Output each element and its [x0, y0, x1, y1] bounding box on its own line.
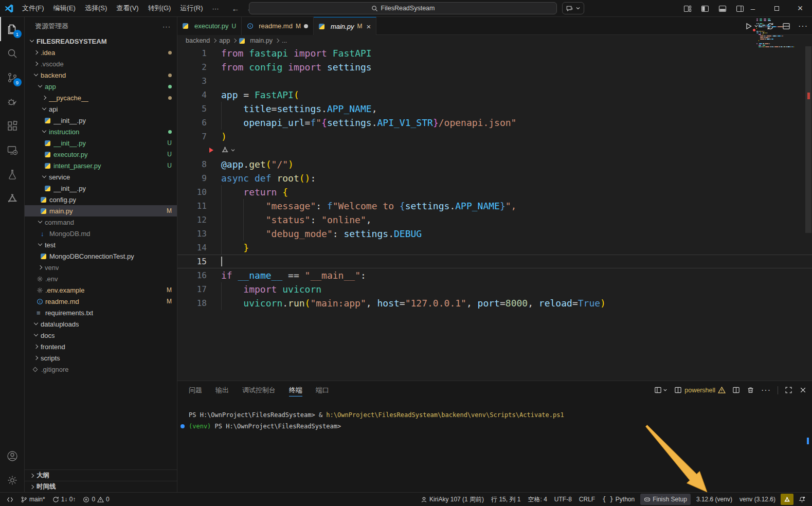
- cursor-position[interactable]: 行 15, 列 1: [488, 494, 524, 505]
- tree-item-docs[interactable]: docs: [25, 330, 177, 341]
- panel-more-actions-icon[interactable]: ···: [761, 386, 771, 395]
- indentation[interactable]: 空格: 4: [524, 494, 550, 505]
- tree-item-intent_parser.py[interactable]: intent_parser.pyU: [25, 160, 177, 171]
- search-view-icon[interactable]: [0, 41, 25, 65]
- settings-gear-icon[interactable]: [0, 468, 25, 492]
- source-control-icon[interactable]: 9: [0, 65, 25, 89]
- blame-info[interactable]: KiriAky 107 (1 周前): [417, 494, 488, 505]
- tree-item-backend[interactable]: backend: [25, 69, 177, 81]
- editor-tab-executor.py[interactable]: executor.pyU: [177, 17, 242, 35]
- copilot-status[interactable]: Finish Setup: [640, 494, 691, 505]
- tree-item-service[interactable]: service: [25, 171, 177, 183]
- toggle-panel-icon[interactable]: [718, 5, 727, 13]
- terminal[interactable]: PS H:\OwnProject\FilesReadSysteam> & h:\…: [177, 409, 805, 492]
- git-sync[interactable]: 1↓ 0↑: [49, 494, 80, 505]
- git-branch[interactable]: main*: [17, 494, 49, 505]
- command-decoration-dot[interactable]: [181, 424, 185, 428]
- dirty-indicator[interactable]: [304, 24, 308, 28]
- panel-tab-调试控制台[interactable]: 调试控制台: [242, 381, 276, 399]
- panel-tab-问题[interactable]: 问题: [189, 381, 202, 399]
- explorer-icon[interactable]: 1: [0, 17, 25, 41]
- close-window-button[interactable]: ×: [788, 0, 812, 17]
- tree-item-main.py[interactable]: main.pyM: [25, 205, 177, 216]
- scrollbar-thumb[interactable]: [805, 46, 811, 233]
- remote-indicator[interactable]: [3, 494, 17, 505]
- inline-ai-suggestion-row[interactable]: [177, 143, 812, 157]
- tree-item-app[interactable]: app: [25, 81, 177, 92]
- editor-tab-readme.md[interactable]: readme.mdM: [242, 17, 314, 35]
- customize-layout-icon[interactable]: [683, 5, 692, 13]
- code-editor[interactable]: 1from fastapi import FastAPI2from config…: [177, 46, 812, 381]
- breadcrumb-item[interactable]: ...: [282, 37, 287, 44]
- eol[interactable]: CRLF: [575, 494, 599, 505]
- tree-item-.env[interactable]: .env: [25, 273, 177, 284]
- panel-tab-输出[interactable]: 输出: [215, 381, 229, 399]
- breadcrumb[interactable]: backendappmain.py...: [177, 35, 812, 46]
- breadcrumb-item[interactable]: app: [219, 37, 230, 44]
- breadcrumb-item[interactable]: main.py: [250, 37, 273, 44]
- tree-item-.vscode[interactable]: .vscode: [25, 58, 177, 69]
- timeline-section[interactable]: 时间线: [25, 481, 177, 492]
- menu-item[interactable]: 选择(S): [80, 2, 112, 14]
- tree-item-__init__.py[interactable]: __init__.pyU: [25, 137, 177, 149]
- panel-tab-端口[interactable]: 端口: [316, 381, 329, 399]
- copilot-chat-button[interactable]: [562, 2, 584, 14]
- minimap[interactable]: [756, 19, 804, 48]
- outline-section[interactable]: 大纲: [25, 469, 177, 481]
- tree-item-scripts[interactable]: scripts: [25, 352, 177, 364]
- tree-item-.env.example[interactable]: .env.exampleM: [25, 284, 177, 296]
- menu-item[interactable]: 运行(R): [175, 2, 207, 14]
- tree-item-test[interactable]: test: [25, 239, 177, 250]
- editor-tab-main.py[interactable]: main.pyM×: [314, 17, 376, 35]
- ai-assistant[interactable]: [781, 494, 793, 505]
- tree-item-frontend[interactable]: frontend: [25, 341, 177, 352]
- close-panel-icon[interactable]: [799, 386, 807, 394]
- toggle-sidebar-icon[interactable]: [701, 5, 709, 13]
- tree-item-requirements.txt[interactable]: ≡requirements.txt: [25, 307, 177, 318]
- problems[interactable]: 00: [79, 494, 113, 505]
- run-debug-icon[interactable]: [0, 89, 25, 114]
- encoding[interactable]: UTF-8: [551, 494, 575, 505]
- menu-item[interactable]: 编辑(E): [49, 2, 80, 14]
- tree-item-.idea[interactable]: .idea: [25, 47, 177, 58]
- tree-item-readme.md[interactable]: readme.mdM: [25, 296, 177, 307]
- language-mode[interactable]: { }Python: [599, 494, 638, 505]
- tree-item-.gitignore[interactable]: .gitignore: [25, 364, 177, 375]
- tree-item-__pycache__[interactable]: __pycache__: [25, 92, 177, 103]
- tree-item-executor.py[interactable]: executor.pyU: [25, 149, 177, 160]
- remote-explorer-icon[interactable]: [0, 138, 25, 162]
- tree-item-MongoDB.md[interactable]: ↓MongoDB.md: [25, 228, 177, 239]
- menu-item[interactable]: 查看(V): [112, 2, 143, 14]
- tree-item-config.py[interactable]: config.py: [25, 194, 177, 205]
- tree-item-__init__.py[interactable]: __init__.py: [25, 115, 177, 126]
- tree-item-instruction[interactable]: instruction: [25, 126, 177, 137]
- extensions-icon[interactable]: [0, 114, 25, 138]
- close-tab-icon[interactable]: ×: [366, 22, 371, 31]
- kill-terminal-icon[interactable]: [747, 386, 754, 394]
- tree-item-api[interactable]: api: [25, 103, 177, 115]
- tree-item-venv[interactable]: venv: [25, 262, 177, 273]
- ai-assistant-view-icon[interactable]: [0, 186, 25, 210]
- maximize-panel-icon[interactable]: [785, 386, 792, 394]
- notifications[interactable]: [795, 494, 809, 505]
- tree-root[interactable]: FILESREADSYSTEAM: [25, 35, 177, 47]
- command-center-search[interactable]: FilesReadSysteam: [249, 2, 557, 14]
- tree-item-command[interactable]: command: [25, 216, 177, 228]
- menu-item[interactable]: ···: [207, 2, 223, 14]
- tree-item-data-uploads[interactable]: data\uploads: [25, 318, 177, 330]
- back-arrow-icon[interactable]: ←: [231, 4, 239, 13]
- new-terminal-dropdown[interactable]: [654, 386, 667, 394]
- minimize-button[interactable]: –: [741, 0, 765, 17]
- menu-item[interactable]: 文件(F): [17, 2, 49, 14]
- breadcrumb-item[interactable]: backend: [186, 37, 210, 44]
- editor-scrollbar[interactable]: [805, 46, 812, 381]
- account-icon[interactable]: [0, 444, 25, 468]
- testing-icon[interactable]: [0, 162, 25, 186]
- python-env[interactable]: venv (3.12.6): [736, 494, 779, 505]
- python-version[interactable]: 3.12.6 (venv): [693, 494, 736, 505]
- tree-item-MongoDBConnectionTest.py[interactable]: MongoDBConnectionTest.py: [25, 250, 177, 262]
- maximize-button[interactable]: [765, 0, 788, 17]
- explorer-more-actions-icon[interactable]: ···: [163, 23, 171, 30]
- terminal-instance[interactable]: powershell: [674, 386, 726, 394]
- tree-item-__init__.py[interactable]: __init__.py: [25, 183, 177, 194]
